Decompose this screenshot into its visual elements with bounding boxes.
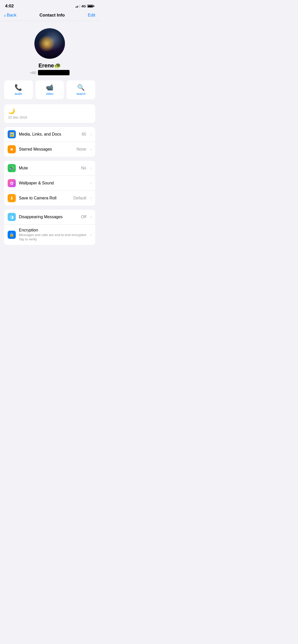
mute-value: No — [81, 166, 86, 170]
starred-messages-label: Starred Messages — [19, 147, 73, 152]
disappearing-icon: ◑ — [8, 213, 16, 221]
back-label: Back — [7, 13, 17, 18]
settings-section: 🔊 Mute No › ✿ Wallpaper & Sound › ⬇ Save… — [4, 161, 95, 206]
camera-roll-icon: ⬇ — [8, 194, 16, 202]
disappearing-chevron-icon: › — [90, 215, 92, 219]
search-icon: 🔍 — [77, 84, 85, 91]
media-links-docs-item[interactable]: 🖼️ Media, Links, and Docs 65 › — [4, 127, 95, 142]
back-button[interactable]: ‹ Back — [4, 13, 16, 18]
avatar-image — [34, 28, 65, 59]
encryption-chevron-icon: › — [90, 232, 92, 237]
phone-prefix: +60 — [30, 70, 36, 75]
phone-redacted — [38, 70, 70, 75]
save-camera-roll-item[interactable]: ⬇ Save to Camera Roll Default › — [4, 191, 95, 206]
starred-messages-item[interactable]: ★ Starred Messages None › — [4, 142, 95, 157]
video-label: video — [46, 92, 53, 96]
nav-bar: ‹ Back Contact Info Edit — [0, 11, 99, 21]
mute-date: 22 Dec 2019 — [8, 115, 91, 119]
wallpaper-chevron-icon: › — [90, 181, 92, 185]
video-button[interactable]: 📹 video — [35, 80, 64, 99]
mute-icon: 🔊 — [8, 164, 16, 172]
avatar — [34, 28, 65, 59]
starred-chevron-icon: › — [90, 147, 92, 152]
contact-name: Erene🐢 — [38, 62, 61, 69]
media-links-docs-label: Media, Links, and Docs — [19, 132, 79, 137]
encryption-sublabel: Messages and calls are end-to-end encryp… — [19, 233, 87, 242]
disappearing-messages-item[interactable]: ◑ Disappearing Messages Off › — [4, 210, 95, 225]
network-label: 4G — [82, 4, 86, 8]
mute-chevron-icon: › — [90, 166, 92, 170]
wallpaper-sound-label: Wallpaper & Sound — [19, 181, 83, 185]
encryption-content: Encryption Messages and calls are end-to… — [19, 228, 87, 242]
camera-roll-chevron-icon: › — [90, 196, 92, 200]
wallpaper-sound-item[interactable]: ✿ Wallpaper & Sound › — [4, 176, 95, 191]
save-camera-roll-label: Save to Camera Roll — [19, 196, 70, 200]
audio-button[interactable]: 📞 audio — [4, 80, 33, 99]
contact-phone: +60 — [30, 70, 70, 75]
video-icon: 📹 — [46, 84, 53, 91]
encryption-label: Encryption — [19, 228, 87, 232]
status-time: 4:02 — [5, 4, 14, 9]
moon-icon: 🌙 — [8, 108, 91, 114]
action-buttons: 📞 audio 📹 video 🔍 search — [0, 80, 99, 104]
signal-bars-icon — [76, 5, 80, 8]
search-button[interactable]: 🔍 search — [66, 80, 95, 99]
camera-roll-value: Default — [73, 196, 86, 200]
encryption-row: Encryption — [19, 228, 87, 232]
status-bar: 4:02 4G — [0, 0, 99, 11]
media-icon: 🖼️ — [8, 130, 16, 138]
profile-section: Erene🐢 +60 — [0, 21, 99, 80]
media-starred-section: 🖼️ Media, Links, and Docs 65 › ★ Starred… — [4, 127, 95, 157]
mute-label: Mute — [19, 166, 78, 170]
battery-icon — [87, 5, 94, 8]
media-chevron-icon: › — [90, 132, 92, 137]
media-count: 65 — [82, 132, 86, 137]
star-icon: ★ — [8, 145, 16, 153]
status-icons: 4G — [76, 4, 94, 8]
mute-dnd-section: 🌙 22 Dec 2019 — [4, 104, 95, 123]
privacy-section: ◑ Disappearing Messages Off › 🔒 Encrypti… — [4, 210, 95, 245]
wallpaper-icon: ✿ — [8, 179, 16, 187]
edit-button[interactable]: Edit — [88, 13, 95, 18]
disappearing-value: Off — [81, 215, 86, 219]
audio-label: audio — [15, 92, 22, 96]
phone-icon: 📞 — [15, 84, 22, 91]
lock-icon: 🔒 — [8, 231, 16, 239]
mute-item[interactable]: 🔊 Mute No › — [4, 161, 95, 176]
page-title: Contact Info — [39, 13, 65, 18]
search-label: search — [76, 92, 86, 96]
encryption-item[interactable]: 🔒 Encryption Messages and calls are end-… — [4, 225, 95, 245]
starred-value: None — [76, 147, 86, 152]
back-chevron-icon: ‹ — [4, 13, 6, 18]
disappearing-messages-label: Disappearing Messages — [19, 215, 78, 219]
